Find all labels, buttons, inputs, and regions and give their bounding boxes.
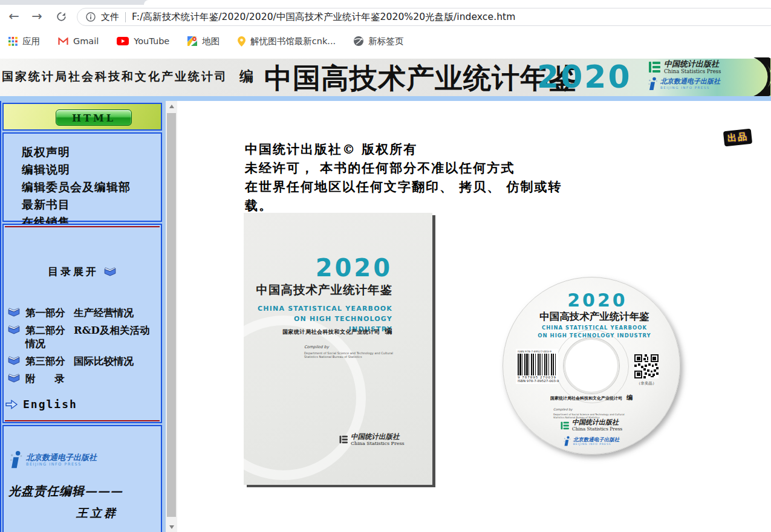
cover-compiler-en: Department of Social Science and Technol…	[304, 351, 394, 358]
disc-title-cn: 中国高技术产业统计年鉴	[515, 310, 674, 323]
bip-name-cn: 北京数通电子出版社	[26, 453, 97, 462]
apps-grid-icon	[8, 37, 18, 46]
scrollbar-down-arrow[interactable]	[166, 522, 177, 532]
html-version-button[interactable]: HTML	[56, 109, 132, 126]
chupin-stamp: 出品	[723, 129, 752, 147]
toc-part-label: 第二部分	[25, 325, 65, 336]
bookmark-newtab[interactable]: 新标签页	[354, 36, 403, 47]
disc-csp-logo: 中国统计出版社 China Statistics Press	[503, 419, 680, 432]
disc-press1-cn: 中国统计出版社	[572, 419, 622, 427]
cover-compiler-line: 国家统计局社会科技和文化产业统计司编	[244, 326, 392, 337]
copyright-line: 中国统计出版社© 版权所有	[245, 140, 584, 158]
page-info-icon[interactable]	[86, 12, 96, 22]
beijing-info-press-logo: 北京数通电子出版社 BEIJING INFO PRESS	[10, 450, 161, 470]
scrollbar-thumb[interactable]	[167, 113, 176, 517]
disc-year: 2020	[527, 290, 668, 311]
disc-press1-en: China Statistics Press	[572, 427, 622, 432]
cover-compiled-by: Compiled by	[304, 345, 329, 349]
bip-name-en: BEIJING INFO PRESS	[660, 86, 720, 89]
disc-compiler-cn: 国家统计局社会科技和文化产业统计司	[550, 396, 622, 401]
active-tab[interactable]	[144, 0, 771, 5]
copyright-notice: 中国统计出版社© 版权所有 未经许可， 本书的任何部分不准以任何方式 在世界任何…	[245, 140, 584, 215]
not-for-sale-label: （非卖品）	[628, 381, 665, 386]
maps-icon	[187, 36, 197, 46]
cover-title-en-1: CHINA STATISTICAL YEARBOOK	[255, 303, 392, 314]
back-button[interactable]: ←	[5, 7, 23, 25]
banner-publisher-logos: 中国统计出版社 China Statistics Press 北京数通电子出版社…	[648, 60, 724, 91]
disc-title-en-2: ON HIGH TECHNOLOGY INDUSTRY	[515, 332, 674, 339]
disc-edit-label: 编	[626, 394, 633, 401]
sidebar-link-copyright[interactable]: 版权声明	[22, 143, 161, 161]
gmail-icon	[58, 37, 68, 45]
sidebar-link-editorial-note[interactable]: 编辑说明	[22, 161, 161, 178]
sidebar-link-editorial-board[interactable]: 编辑委员会及编辑部	[22, 178, 161, 196]
toc-item-part1[interactable]: 第一部分生产经营情况	[7, 307, 161, 320]
cover-publisher-logo: 中国统计出版社 China Statistics Press	[339, 433, 405, 446]
bookmarks-bar: 应用 Gmail YouTube 地图	[0, 29, 771, 53]
toc-expand-label: 目录展开	[48, 265, 99, 279]
toc-expand-header[interactable]: 目录展开	[4, 265, 161, 279]
english-label: English	[23, 398, 77, 410]
disc-editor-name: 王立群	[76, 505, 161, 521]
disc-center-hole	[564, 338, 619, 394]
address-bar[interactable]: 文件 F:/高新技术统计年鉴/2020/2020/中国高技术产业统计年鉴2020…	[77, 8, 771, 26]
cover-press-cn: 中国统计出版社	[351, 433, 405, 441]
bookmark-youtube[interactable]: YouTube	[117, 36, 169, 46]
bookmark-label: 应用	[22, 36, 40, 47]
toc-title-label: 生产经营情况	[74, 307, 134, 319]
bip-i-icon	[564, 436, 571, 447]
csp-bars-icon	[561, 421, 570, 430]
bookmark-apps[interactable]: 应用	[8, 36, 40, 47]
toc-item-part2[interactable]: 第二部分R&D及相关活动情况	[7, 324, 161, 351]
cd-disc-image: 2020 中国高技术产业统计年鉴 CHINA STATISTICAL YEARB…	[503, 277, 680, 455]
url-scheme-label: 文件	[101, 11, 119, 23]
down-triangle-icon	[169, 525, 174, 529]
disc-press2-en: BEIJING INFO PRESS	[573, 443, 620, 446]
china-statistics-press-logo: 中国统计出版社 China Statistics Press	[648, 60, 724, 75]
book-icon	[7, 325, 21, 335]
bookmark-gmail[interactable]: Gmail	[58, 36, 99, 46]
youtube-icon	[117, 37, 129, 45]
up-triangle-icon	[169, 105, 174, 108]
sidebar-link-latest-titles[interactable]: 最新书目	[22, 196, 161, 213]
hand-arrow-icon	[5, 399, 18, 410]
scrollbar-up-arrow[interactable]	[166, 101, 177, 111]
url-text[interactable]: F:/高新技术统计年鉴/2020/2020/中国高技术产业统计年鉴2020%20…	[132, 11, 515, 24]
sidebar-scrollbar[interactable]	[166, 101, 177, 532]
barcode-bars	[518, 354, 556, 375]
toc-part-label: 第三部分	[25, 355, 65, 367]
bookmark-library[interactable]: 解忧图书馆最新cnk...	[238, 36, 336, 47]
toc-list: 第一部分生产经营情况 第二部分R&D及相关活动情况 第三部分国际比较情况	[4, 307, 161, 386]
bookmark-label: 地图	[202, 36, 220, 47]
toc-part-label: 附	[25, 373, 36, 384]
csp-bars-icon	[339, 435, 348, 444]
bip-i-icon	[648, 77, 658, 91]
browser-window: ← → 文件 F:/高新技术统计年鉴/2020/2020/中国高技术产业统计年鉴…	[0, 0, 771, 532]
book-icon	[7, 356, 21, 366]
page-banner: 国家统计局社会科技和文化产业统计司 编 中国高技术产业统计年鉴 2020 中国统…	[0, 59, 771, 96]
red-divider	[5, 420, 160, 421]
cover-year: 2020	[255, 255, 392, 281]
english-link[interactable]: English	[5, 398, 161, 410]
tab-strip	[0, 0, 771, 5]
bookmark-label: 新标签页	[368, 36, 403, 47]
forward-button[interactable]: →	[28, 7, 46, 25]
toc-title-label: 国际比较情况	[74, 355, 134, 367]
sidebar-credit-box: 北京数通电子出版社 BEIJING INFO PRESS 光盘责任编辑——— 王…	[2, 425, 162, 532]
bookmark-maps[interactable]: 地图	[187, 36, 220, 47]
reload-button[interactable]	[52, 7, 70, 25]
cover-edit-label: 编	[385, 327, 393, 336]
csp-name-en: China Statistics Press	[664, 69, 721, 75]
toc-item-appendix[interactable]: 附录	[7, 372, 161, 386]
banner-year: 2020	[537, 59, 632, 95]
bookmark-label: 解忧图书馆最新cnk...	[250, 36, 336, 47]
book-icon	[103, 267, 117, 277]
toc-item-part3[interactable]: 第三部分国际比较情况	[7, 355, 161, 368]
csp-bars-icon	[648, 61, 662, 73]
banner-edit-label: 编	[239, 67, 253, 86]
bip-i-icon	[10, 450, 23, 470]
bip-name-cn: 北京数通电子出版社	[660, 78, 720, 86]
banner-agency-text: 国家统计局社会科技和文化产业统计司	[2, 69, 228, 85]
yellow-pin-icon	[238, 36, 246, 47]
cover-title-cn: 中国高技术产业统计年鉴	[255, 282, 392, 298]
